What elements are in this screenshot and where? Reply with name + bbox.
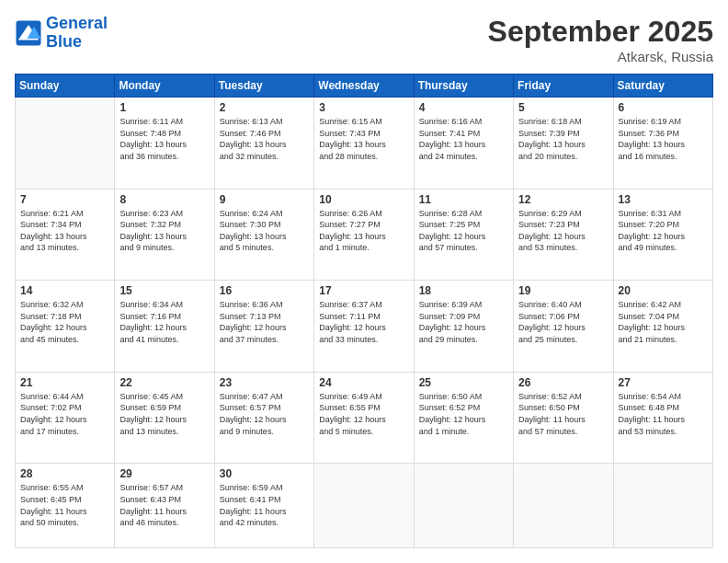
location: Atkarsk, Russia bbox=[488, 49, 713, 64]
week-row-2: 7Sunrise: 6:21 AM Sunset: 7:34 PM Daylig… bbox=[16, 189, 713, 281]
day-info: Sunrise: 6:37 AM Sunset: 7:11 PM Dayligh… bbox=[319, 299, 408, 345]
calendar-cell: 9Sunrise: 6:24 AM Sunset: 7:30 PM Daylig… bbox=[214, 189, 313, 281]
day-info: Sunrise: 6:36 AM Sunset: 7:13 PM Dayligh… bbox=[220, 299, 309, 345]
calendar-cell: 19Sunrise: 6:40 AM Sunset: 7:06 PM Dayli… bbox=[514, 281, 613, 373]
day-number: 9 bbox=[220, 193, 309, 206]
day-number: 29 bbox=[119, 467, 209, 480]
month-title: September 2025 bbox=[488, 15, 713, 49]
day-number: 27 bbox=[619, 376, 708, 389]
calendar-cell: 8Sunrise: 6:23 AM Sunset: 7:32 PM Daylig… bbox=[115, 189, 214, 281]
weekday-header-row: SundayMondayTuesdayWednesdayThursdayFrid… bbox=[16, 75, 713, 98]
day-number: 14 bbox=[20, 284, 109, 297]
calendar-cell: 18Sunrise: 6:39 AM Sunset: 7:09 PM Dayli… bbox=[414, 281, 513, 373]
day-number: 1 bbox=[119, 101, 209, 114]
logo-icon bbox=[15, 19, 42, 47]
day-number: 28 bbox=[20, 467, 109, 480]
calendar-cell: 25Sunrise: 6:50 AM Sunset: 6:52 PM Dayli… bbox=[414, 372, 513, 464]
weekday-header-monday: Monday bbox=[115, 75, 214, 98]
day-number: 2 bbox=[220, 101, 309, 114]
weekday-header-wednesday: Wednesday bbox=[314, 75, 414, 98]
calendar-cell bbox=[314, 464, 414, 548]
calendar-cell: 4Sunrise: 6:16 AM Sunset: 7:41 PM Daylig… bbox=[414, 98, 513, 190]
day-info: Sunrise: 6:18 AM Sunset: 7:39 PM Dayligh… bbox=[518, 116, 608, 162]
day-info: Sunrise: 6:16 AM Sunset: 7:41 PM Dayligh… bbox=[419, 116, 508, 162]
day-info: Sunrise: 6:23 AM Sunset: 7:32 PM Dayligh… bbox=[119, 208, 209, 254]
day-info: Sunrise: 6:32 AM Sunset: 7:18 PM Dayligh… bbox=[20, 299, 109, 345]
header: General Blue September 2025 Atkarsk, Rus… bbox=[15, 15, 713, 64]
day-info: Sunrise: 6:50 AM Sunset: 6:52 PM Dayligh… bbox=[419, 391, 508, 437]
day-number: 18 bbox=[419, 284, 508, 297]
calendar-cell: 23Sunrise: 6:47 AM Sunset: 6:57 PM Dayli… bbox=[214, 372, 313, 464]
calendar-cell: 5Sunrise: 6:18 AM Sunset: 7:39 PM Daylig… bbox=[514, 98, 613, 190]
calendar: SundayMondayTuesdayWednesdayThursdayFrid… bbox=[15, 74, 713, 548]
day-info: Sunrise: 6:24 AM Sunset: 7:30 PM Dayligh… bbox=[220, 208, 309, 254]
day-number: 21 bbox=[20, 376, 109, 389]
day-info: Sunrise: 6:19 AM Sunset: 7:36 PM Dayligh… bbox=[619, 116, 708, 162]
calendar-cell: 20Sunrise: 6:42 AM Sunset: 7:04 PM Dayli… bbox=[613, 281, 712, 373]
day-number: 3 bbox=[319, 101, 408, 114]
day-number: 10 bbox=[319, 193, 408, 206]
day-info: Sunrise: 6:54 AM Sunset: 6:48 PM Dayligh… bbox=[619, 391, 708, 437]
day-number: 13 bbox=[619, 193, 708, 206]
day-number: 30 bbox=[220, 467, 309, 480]
calendar-cell bbox=[414, 464, 513, 548]
calendar-cell: 17Sunrise: 6:37 AM Sunset: 7:11 PM Dayli… bbox=[314, 281, 414, 373]
day-number: 15 bbox=[119, 284, 209, 297]
weekday-header-tuesday: Tuesday bbox=[214, 75, 313, 98]
day-info: Sunrise: 6:44 AM Sunset: 7:02 PM Dayligh… bbox=[20, 391, 109, 437]
day-number: 7 bbox=[20, 193, 109, 206]
calendar-cell: 27Sunrise: 6:54 AM Sunset: 6:48 PM Dayli… bbox=[613, 372, 712, 464]
day-number: 19 bbox=[518, 284, 608, 297]
calendar-cell bbox=[514, 464, 613, 548]
logo: General Blue bbox=[15, 15, 108, 52]
calendar-cell: 14Sunrise: 6:32 AM Sunset: 7:18 PM Dayli… bbox=[16, 281, 115, 373]
week-row-1: 1Sunrise: 6:11 AM Sunset: 7:48 PM Daylig… bbox=[16, 98, 713, 190]
day-info: Sunrise: 6:13 AM Sunset: 7:46 PM Dayligh… bbox=[220, 116, 309, 162]
day-number: 4 bbox=[419, 101, 508, 114]
calendar-cell: 10Sunrise: 6:26 AM Sunset: 7:27 PM Dayli… bbox=[314, 189, 414, 281]
day-number: 6 bbox=[619, 101, 708, 114]
calendar-cell: 1Sunrise: 6:11 AM Sunset: 7:48 PM Daylig… bbox=[115, 98, 214, 190]
day-info: Sunrise: 6:15 AM Sunset: 7:43 PM Dayligh… bbox=[319, 116, 408, 162]
calendar-cell: 15Sunrise: 6:34 AM Sunset: 7:16 PM Dayli… bbox=[115, 281, 214, 373]
day-info: Sunrise: 6:26 AM Sunset: 7:27 PM Dayligh… bbox=[319, 208, 408, 254]
day-info: Sunrise: 6:39 AM Sunset: 7:09 PM Dayligh… bbox=[419, 299, 508, 345]
calendar-cell: 16Sunrise: 6:36 AM Sunset: 7:13 PM Dayli… bbox=[214, 281, 313, 373]
calendar-cell: 12Sunrise: 6:29 AM Sunset: 7:23 PM Dayli… bbox=[514, 189, 613, 281]
day-info: Sunrise: 6:59 AM Sunset: 6:41 PM Dayligh… bbox=[220, 482, 309, 528]
weekday-header-saturday: Saturday bbox=[613, 75, 712, 98]
day-number: 25 bbox=[419, 376, 508, 389]
calendar-cell: 28Sunrise: 6:55 AM Sunset: 6:45 PM Dayli… bbox=[16, 464, 115, 548]
calendar-cell: 30Sunrise: 6:59 AM Sunset: 6:41 PM Dayli… bbox=[214, 464, 313, 548]
week-row-5: 28Sunrise: 6:55 AM Sunset: 6:45 PM Dayli… bbox=[16, 464, 713, 548]
page: General Blue September 2025 Atkarsk, Rus… bbox=[0, 0, 728, 563]
calendar-cell: 7Sunrise: 6:21 AM Sunset: 7:34 PM Daylig… bbox=[16, 189, 115, 281]
day-number: 16 bbox=[220, 284, 309, 297]
day-number: 12 bbox=[518, 193, 608, 206]
day-number: 26 bbox=[518, 376, 608, 389]
day-number: 5 bbox=[518, 101, 608, 114]
calendar-cell bbox=[16, 98, 115, 190]
day-info: Sunrise: 6:57 AM Sunset: 6:43 PM Dayligh… bbox=[119, 482, 209, 528]
day-info: Sunrise: 6:47 AM Sunset: 6:57 PM Dayligh… bbox=[220, 391, 309, 437]
day-number: 17 bbox=[319, 284, 408, 297]
calendar-cell: 13Sunrise: 6:31 AM Sunset: 7:20 PM Dayli… bbox=[613, 189, 712, 281]
weekday-header-sunday: Sunday bbox=[16, 75, 115, 98]
day-info: Sunrise: 6:31 AM Sunset: 7:20 PM Dayligh… bbox=[619, 208, 708, 254]
calendar-cell: 2Sunrise: 6:13 AM Sunset: 7:46 PM Daylig… bbox=[214, 98, 313, 190]
day-info: Sunrise: 6:21 AM Sunset: 7:34 PM Dayligh… bbox=[20, 208, 109, 254]
week-row-3: 14Sunrise: 6:32 AM Sunset: 7:18 PM Dayli… bbox=[16, 281, 713, 373]
calendar-cell: 11Sunrise: 6:28 AM Sunset: 7:25 PM Dayli… bbox=[414, 189, 513, 281]
day-info: Sunrise: 6:34 AM Sunset: 7:16 PM Dayligh… bbox=[119, 299, 209, 345]
day-info: Sunrise: 6:40 AM Sunset: 7:06 PM Dayligh… bbox=[518, 299, 608, 345]
day-number: 11 bbox=[419, 193, 508, 206]
title-area: September 2025 Atkarsk, Russia bbox=[488, 15, 713, 64]
calendar-cell bbox=[613, 464, 712, 548]
day-number: 22 bbox=[119, 376, 209, 389]
week-row-4: 21Sunrise: 6:44 AM Sunset: 7:02 PM Dayli… bbox=[16, 372, 713, 464]
weekday-header-friday: Friday bbox=[514, 75, 613, 98]
day-info: Sunrise: 6:55 AM Sunset: 6:45 PM Dayligh… bbox=[20, 482, 109, 528]
calendar-cell: 22Sunrise: 6:45 AM Sunset: 6:59 PM Dayli… bbox=[115, 372, 214, 464]
day-number: 20 bbox=[619, 284, 708, 297]
day-info: Sunrise: 6:29 AM Sunset: 7:23 PM Dayligh… bbox=[518, 208, 608, 254]
